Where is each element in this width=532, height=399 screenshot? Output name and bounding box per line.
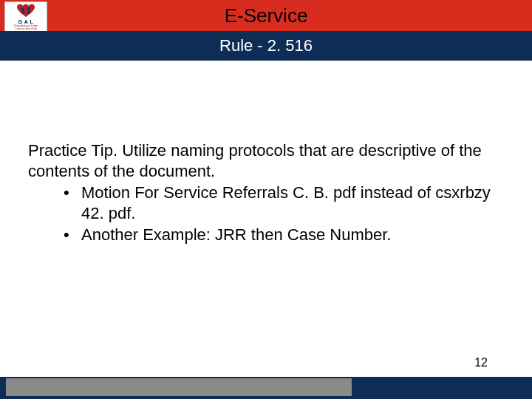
subtitle-text: Rule - 2. 516 (219, 36, 313, 55)
bullet-list: Motion For Service Referrals C. B. pdf i… (28, 183, 501, 245)
page-title: E-Service (0, 4, 532, 27)
footer-gray-strip (6, 378, 352, 396)
list-item: Another Example: JRR then Case Number. (64, 225, 501, 245)
body-text: Practice Tip. Utilize naming protocols t… (28, 140, 501, 245)
page-number: 12 (474, 356, 488, 369)
slide: G A L Guardian ad Litem I am for the chi… (0, 0, 532, 399)
list-item: Motion For Service Referrals C. B. pdf i… (64, 183, 501, 223)
subtitle-bar: Rule - 2. 516 (0, 31, 532, 61)
practice-tip-intro: Practice Tip. Utilize naming protocols t… (28, 140, 501, 181)
